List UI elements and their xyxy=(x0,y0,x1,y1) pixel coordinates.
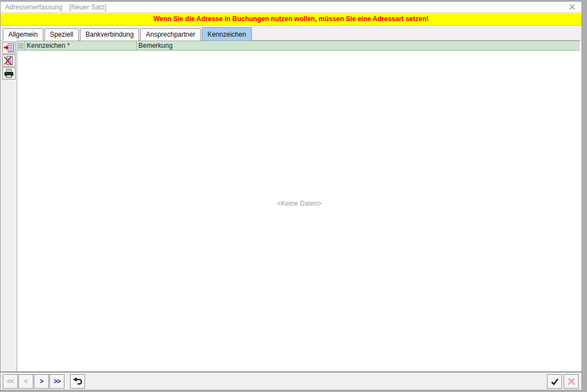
column-header-kennzeichen[interactable]: Kennzeichen * xyxy=(25,41,137,50)
window-title: Adressenerfassung xyxy=(5,3,62,11)
tab-kennzeichen[interactable]: Kennzeichen xyxy=(202,27,251,41)
warning-banner: Wenn Sie die Adresse in Buchungen nutzen… xyxy=(1,13,581,26)
tab-allgemein[interactable]: Allgemein xyxy=(3,28,43,41)
next-record-button[interactable]: > xyxy=(34,374,49,389)
tab-speziell[interactable]: Speziell xyxy=(44,28,79,41)
warning-text: Wenn Sie die Adresse in Buchungen nutzen… xyxy=(153,15,429,23)
tab-ansprechpartner[interactable]: Ansprechpartner xyxy=(140,28,201,41)
print-icon xyxy=(3,68,14,78)
list-icon xyxy=(18,43,23,49)
kennzeichen-grid: Kennzeichen * Bemerkung <Keine Daten> xyxy=(17,41,581,371)
record-state-label: [Neuer Satz] xyxy=(69,3,106,11)
insert-record-button[interactable] xyxy=(2,42,16,54)
close-button[interactable] xyxy=(567,3,577,12)
first-record-button[interactable]: << xyxy=(3,374,18,389)
column-header-bemerkung[interactable]: Bemerkung xyxy=(137,41,580,50)
row-selector-header[interactable] xyxy=(17,41,25,50)
title-bar: Adressenerfassung [Neuer Satz] xyxy=(1,2,581,13)
tab-bar: Allgemein Speziell Bankverbindung Anspre… xyxy=(1,26,581,41)
cancel-x-icon xyxy=(568,378,575,385)
confirm-button[interactable] xyxy=(547,374,562,389)
undo-button[interactable] xyxy=(70,374,85,389)
undo-arrow-icon xyxy=(73,377,82,386)
no-data-placeholder: <Keine Daten> xyxy=(277,200,321,207)
record-toolbar xyxy=(1,41,17,371)
record-nav-bar: << < > >> xyxy=(1,371,581,390)
last-record-button[interactable]: >> xyxy=(49,374,64,389)
close-icon xyxy=(569,3,576,11)
prev-record-button[interactable]: < xyxy=(18,374,33,389)
tab-bankverbindung[interactable]: Bankverbindung xyxy=(80,28,140,41)
delete-record-icon xyxy=(3,56,14,66)
cancel-button[interactable] xyxy=(564,374,579,389)
address-entry-window: Adressenerfassung [Neuer Satz] Wenn Sie … xyxy=(0,1,582,390)
check-icon xyxy=(550,378,559,385)
tab-content-kennzeichen: Kennzeichen * Bemerkung <Keine Daten> xyxy=(1,41,581,371)
insert-record-icon xyxy=(3,43,14,53)
delete-record-button[interactable] xyxy=(2,54,16,67)
print-button[interactable] xyxy=(2,67,16,80)
grid-header-row: Kennzeichen * Bemerkung xyxy=(17,41,580,51)
